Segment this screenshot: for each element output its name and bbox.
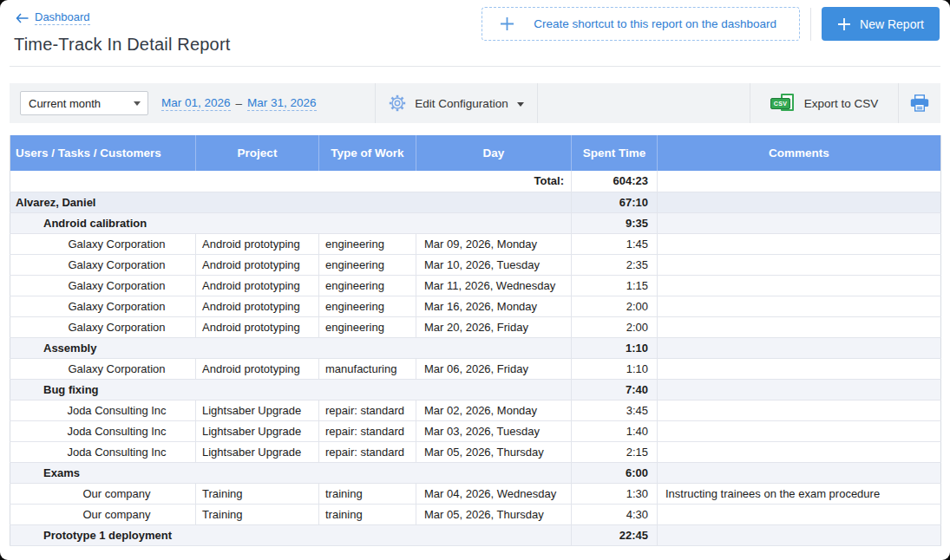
task-row: Bug fixing7:40	[10, 379, 941, 400]
plus-icon	[837, 17, 851, 31]
customer-cell: Galaxy Corporation	[10, 233, 196, 254]
comment-cell	[658, 337, 941, 358]
detail-row: Galaxy CorporationAndroid prototypingman…	[10, 358, 941, 379]
detail-row: Our companyTrainingtrainingMar 05, 2026,…	[10, 504, 941, 524]
day-cell: Mar 20, 2026, Friday	[416, 316, 572, 337]
total-spent-time: 604:23	[572, 171, 658, 192]
export-to-csv-button[interactable]: CSV Export to CSV	[750, 83, 898, 123]
comment-cell	[658, 316, 941, 337]
day-cell: Mar 03, 2026, Tuesday	[416, 420, 572, 441]
comment-cell	[658, 420, 941, 441]
column-header-spent-time: Spent Time	[572, 135, 658, 171]
column-header-day: Day	[416, 135, 572, 171]
day-cell: Mar 09, 2026, Monday	[416, 233, 572, 254]
print-button[interactable]	[899, 83, 940, 123]
project-cell: Lightsaber Upgrade	[196, 441, 319, 462]
spent-time-cell: 9:35	[572, 212, 658, 233]
table-header-row: Users / Tasks / Customers Project Type o…	[10, 135, 941, 171]
task-label: Android calibration	[10, 212, 572, 233]
comment-cell	[658, 504, 941, 524]
plus-icon	[500, 16, 514, 31]
spent-time-cell: 2:00	[572, 316, 658, 337]
column-header-project: Project	[196, 135, 319, 171]
filter-bar: Current month Mar 01, 2026 – Mar 31, 202…	[10, 83, 940, 123]
csv-file-icon: CSV	[770, 94, 794, 114]
new-report-label: New Report	[860, 17, 924, 31]
type-of-work-cell: engineering	[319, 316, 416, 337]
page-header: Dashboard Time-Track In Detail Report Cr…	[0, 0, 950, 67]
column-header-type-of-work: Type of Work	[319, 135, 416, 171]
date-from-link[interactable]: Mar 01, 2026	[161, 96, 231, 111]
type-of-work-cell: repair: standard	[319, 420, 416, 441]
report-table: Users / Tasks / Customers Project Type o…	[10, 135, 941, 546]
project-cell: Android prototyping	[196, 254, 319, 275]
spent-time-cell: 2:15	[572, 441, 658, 462]
type-of-work-cell: training	[319, 504, 416, 524]
type-of-work-cell: manufacturing	[319, 358, 416, 379]
day-cell: Mar 02, 2026, Monday	[416, 400, 572, 420]
detail-row: Joda Consulting IncLightsaber Upgraderep…	[10, 400, 941, 420]
detail-row: Galaxy CorporationAndroid prototypingeng…	[10, 296, 941, 316]
comment-cell	[658, 233, 941, 254]
project-cell: Android prototyping	[196, 358, 319, 379]
total-row: Total: 604:23	[10, 171, 941, 192]
type-of-work-cell: repair: standard	[319, 441, 416, 462]
type-of-work-cell: training	[319, 483, 416, 504]
filter-spacer	[538, 83, 750, 123]
project-cell: Training	[196, 483, 319, 504]
project-cell: Android prototyping	[196, 316, 319, 337]
task-row: Android calibration9:35	[10, 212, 941, 233]
type-of-work-cell: engineering	[319, 254, 416, 275]
spent-time-cell: 2:00	[572, 296, 658, 316]
detail-row: Galaxy CorporationAndroid prototypingeng…	[10, 254, 941, 275]
spent-time-cell: 67:10	[572, 192, 658, 212]
create-shortcut-label: Create shortcut to this report on the da…	[534, 17, 776, 30]
spent-time-cell: 6:00	[572, 462, 658, 483]
day-cell: Mar 04, 2026, Wednesday	[416, 483, 572, 504]
project-cell: Lightsaber Upgrade	[196, 420, 319, 441]
project-cell: Android prototyping	[196, 233, 319, 254]
task-label: Bug fixing	[10, 379, 572, 400]
customer-cell: Joda Consulting Inc	[10, 400, 196, 420]
period-select[interactable]: Current month	[20, 91, 148, 115]
export-csv-label: Export to CSV	[804, 97, 879, 110]
date-range-separator: –	[236, 97, 243, 110]
spent-time-cell: 4:30	[572, 504, 658, 524]
comment-cell	[658, 171, 941, 192]
back-arrow-icon	[16, 13, 29, 23]
comment-cell	[658, 462, 941, 483]
customer-cell: Our company	[10, 504, 196, 524]
type-of-work-cell: engineering	[319, 233, 416, 254]
project-cell: Training	[196, 504, 319, 524]
task-label: Prototype 1 deployment	[10, 524, 572, 545]
customer-cell: Our company	[10, 483, 196, 504]
task-label: Exams	[10, 462, 572, 483]
spent-time-cell: 1:40	[572, 420, 658, 441]
actions-divider	[810, 8, 811, 41]
customer-cell: Galaxy Corporation	[10, 316, 196, 337]
project-cell: Lightsaber Upgrade	[196, 400, 319, 420]
spent-time-cell: 1:45	[572, 233, 658, 254]
back-to-dashboard-link[interactable]: Dashboard	[16, 10, 90, 25]
comment-cell	[658, 400, 941, 420]
comment-cell	[658, 379, 941, 400]
period-section: Current month Mar 01, 2026 – Mar 31, 202…	[10, 83, 375, 123]
project-cell: Android prototyping	[196, 296, 319, 316]
detail-row: Galaxy CorporationAndroid prototypingeng…	[10, 275, 941, 296]
task-row: Exams6:00	[10, 462, 941, 483]
edit-configuration-button[interactable]: Edit Configuration	[376, 83, 537, 123]
create-shortcut-button[interactable]: Create shortcut to this report on the da…	[482, 7, 800, 41]
detail-row: Galaxy CorporationAndroid prototypingeng…	[10, 316, 941, 337]
total-label: Total:	[10, 171, 572, 192]
day-cell: Mar 10, 2026, Tuesday	[416, 254, 572, 275]
comment-cell	[658, 358, 941, 379]
day-cell: Mar 05, 2026, Thursday	[416, 441, 572, 462]
new-report-button[interactable]: New Report	[822, 7, 940, 41]
printer-icon	[910, 94, 929, 112]
gear-icon	[389, 94, 406, 112]
edit-configuration-label: Edit Configuration	[415, 97, 508, 110]
header-actions: Create shortcut to this report on the da…	[482, 7, 940, 41]
date-to-link[interactable]: Mar 31, 2026	[247, 96, 317, 111]
comment-cell	[658, 212, 941, 233]
detail-row: Our companyTrainingtrainingMar 04, 2026,…	[10, 483, 941, 504]
